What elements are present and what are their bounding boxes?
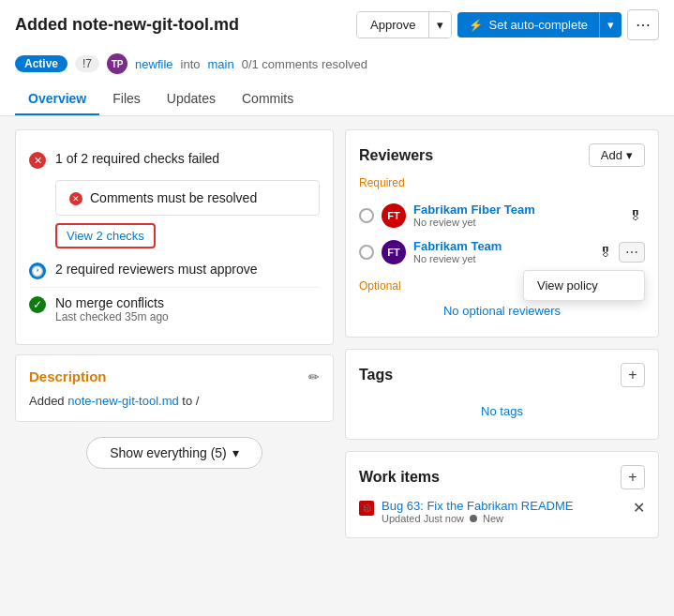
add-tag-button[interactable]: + — [621, 363, 645, 387]
show-everything-label: Show everything (5) — [110, 445, 227, 460]
reviewer-actions-1: 🎖 ⋯ — [596, 242, 645, 263]
check-item-conflicts: ✓ No merge conflicts Last checked 35m ag… — [29, 287, 320, 331]
tab-updates[interactable]: Updates — [154, 83, 229, 115]
main-content: ✕ 1 of 2 required checks failed ✕ Commen… — [0, 116, 674, 551]
sub-check-inner: ✕ Comments must be resolved — [69, 190, 306, 205]
reviewer-status-1: No review yet — [413, 253, 589, 264]
reviewer-name-1: Fabrikam Team — [413, 239, 589, 253]
reviewer-info-1: Fabrikam Team No review yet — [413, 239, 589, 264]
work-item-meta-0: Updated Just now New — [382, 513, 573, 524]
work-item-details-0: Bug 63: Fix the Fabrikam README Updated … — [382, 499, 573, 524]
description-text: Added note-new-git-tool.md to / — [29, 394, 320, 408]
work-items-section: Work items + 🐞 Bug 63: Fix the Fabrikam … — [345, 451, 659, 538]
reviewer-actions-0: 🎖 — [626, 206, 645, 225]
add-work-item-button[interactable]: + — [621, 465, 645, 489]
description-card: Description ✏ Added note-new-git-tool.md… — [15, 354, 334, 422]
approve-button-group[interactable]: Approve ▾ — [356, 11, 452, 38]
sub-check-text: Comments must be resolved — [90, 190, 257, 205]
sub-check-icon: ✕ — [69, 192, 82, 205]
reviewer-radio-0[interactable] — [359, 208, 374, 223]
reviewer-badge-icon-0: 🎖 — [626, 206, 645, 225]
header-actions: Approve ▾ ⚡ Set auto-complete ▾ ⋯ — [356, 9, 659, 40]
no-optional-text: No optional reviewers — [359, 298, 645, 323]
chevron-down-icon: ▾ — [626, 148, 633, 162]
reviewer-avatar-0: FT — [382, 203, 406, 228]
description-title: Description — [29, 368, 107, 384]
checks-card: ✕ 1 of 2 required checks failed ✕ Commen… — [15, 129, 334, 345]
check-reviewers-text: 2 required reviewers must approve — [55, 262, 258, 277]
approve-main-button[interactable]: Approve — [357, 12, 428, 38]
tab-commits[interactable]: Commits — [229, 83, 307, 115]
remove-work-item-button-0[interactable]: ✕ — [633, 499, 645, 517]
work-item-updated-0: Updated Just now — [382, 513, 464, 524]
work-item-left-0: 🐞 Bug 63: Fix the Fabrikam README Update… — [359, 499, 573, 524]
work-items-header: Work items + — [359, 465, 645, 489]
tags-header: Tags + — [359, 363, 645, 387]
work-item-title-0[interactable]: Bug 63: Fix the Fabrikam README — [382, 499, 573, 513]
tab-files[interactable]: Files — [99, 83, 154, 115]
description-header: Description ✏ — [29, 368, 320, 384]
reviewer-radio-1[interactable] — [359, 245, 374, 260]
reviewer-item-0: FT Fabrikam Fiber Team No review yet 🎖 — [359, 197, 645, 233]
check-conflicts-subtext: Last checked 35m ago — [55, 310, 169, 323]
avatar: TP — [107, 53, 127, 74]
reviewer-item-1: FT Fabrikam Team No review yet 🎖 ⋯ — [359, 233, 645, 270]
check-conflicts-icon: ✓ — [29, 296, 46, 313]
required-label: Required — [359, 176, 645, 189]
bug-icon-0: 🐞 — [359, 501, 374, 516]
add-reviewer-button[interactable]: Add ▾ — [589, 143, 645, 167]
tab-overview[interactable]: Overview — [15, 83, 99, 115]
reviewer-more-button-1[interactable]: ⋯ — [619, 242, 645, 263]
no-tags-text: No tags — [359, 397, 645, 426]
view-checks-button[interactable]: View 2 checks — [55, 223, 156, 248]
check-failed-text: 1 of 2 required checks failed — [55, 151, 219, 166]
sub-check-card: ✕ Comments must be resolved — [55, 180, 320, 216]
check-item-reviewers: 🕐 2 required reviewers must approve — [29, 254, 320, 287]
edit-description-icon[interactable]: ✏ — [308, 369, 320, 384]
show-everything-wrapper: Show everything (5) ▾ — [15, 431, 334, 469]
reviewers-header: Reviewers Add ▾ — [359, 143, 645, 167]
work-items-title: Work items — [359, 469, 440, 486]
reviewer-name-0: Fabrikam Fiber Team — [413, 203, 619, 217]
page-header: Added note-new-git-tool.md Approve ▾ ⚡ S… — [0, 0, 674, 116]
show-everything-button[interactable]: Show everything (5) ▾ — [86, 437, 262, 469]
branch-into[interactable]: main — [207, 57, 233, 71]
autocomplete-dropdown-button[interactable]: ▾ — [599, 12, 622, 38]
description-link[interactable]: note-new-git-tool.md — [67, 394, 179, 408]
header-meta-row: Active !7 TP newfile into main 0/1 comme… — [15, 48, 659, 80]
reviewer-avatar-1: FT — [382, 240, 406, 264]
right-column: Reviewers Add ▾ Required FT Fabrikam Fib… — [345, 129, 659, 538]
chevron-down-icon: ▾ — [232, 445, 239, 460]
autocomplete-icon: ⚡ — [469, 19, 483, 32]
left-column: ✕ 1 of 2 required checks failed ✕ Commen… — [15, 129, 334, 538]
autocomplete-label: Set auto-complete — [488, 18, 588, 32]
reviewer-badge-icon-1: 🎖 — [596, 243, 615, 262]
reviewer-context-menu: View policy — [523, 270, 645, 301]
reviewer-info-0: Fabrikam Fiber Team No review yet — [413, 203, 619, 228]
check-conflicts-text: No merge conflicts — [55, 295, 169, 310]
view-policy-menu-item[interactable]: View policy — [524, 271, 644, 300]
check-reviewers-icon: 🕐 — [29, 263, 46, 279]
comments-resolved: 0/1 comments resolved — [242, 57, 367, 71]
more-options-button[interactable]: ⋯ — [627, 9, 659, 40]
pr-title: Added note-new-git-tool.md — [15, 15, 239, 35]
reviewers-title: Reviewers — [359, 147, 433, 164]
reviewer-row-wrapper-1: FT Fabrikam Team No review yet 🎖 ⋯ View … — [359, 233, 645, 270]
autocomplete-main-button[interactable]: ⚡ Set auto-complete — [457, 12, 599, 38]
tags-title: Tags — [359, 367, 393, 383]
work-item-row-0: 🐞 Bug 63: Fix the Fabrikam README Update… — [359, 499, 645, 524]
reviewer-status-0: No review yet — [413, 217, 619, 228]
approve-dropdown-button[interactable]: ▾ — [428, 12, 451, 38]
reviewers-section: Reviewers Add ▾ Required FT Fabrikam Fib… — [345, 129, 659, 338]
branch-from[interactable]: newfile — [135, 57, 172, 71]
branch-into-label: into — [181, 57, 201, 71]
status-badge: Active — [15, 55, 67, 72]
header-top-row: Added note-new-git-tool.md Approve ▾ ⚡ S… — [15, 9, 659, 40]
status-dot-0 — [470, 515, 477, 522]
nav-tabs: Overview Files Updates Commits — [15, 83, 659, 115]
add-label: Add — [601, 148, 622, 162]
check-item-failed: ✕ 1 of 2 required checks failed — [29, 143, 320, 176]
vote-count: !7 — [75, 55, 99, 72]
work-item-status-0: New — [483, 513, 503, 524]
autocomplete-button-group[interactable]: ⚡ Set auto-complete ▾ — [457, 12, 622, 38]
